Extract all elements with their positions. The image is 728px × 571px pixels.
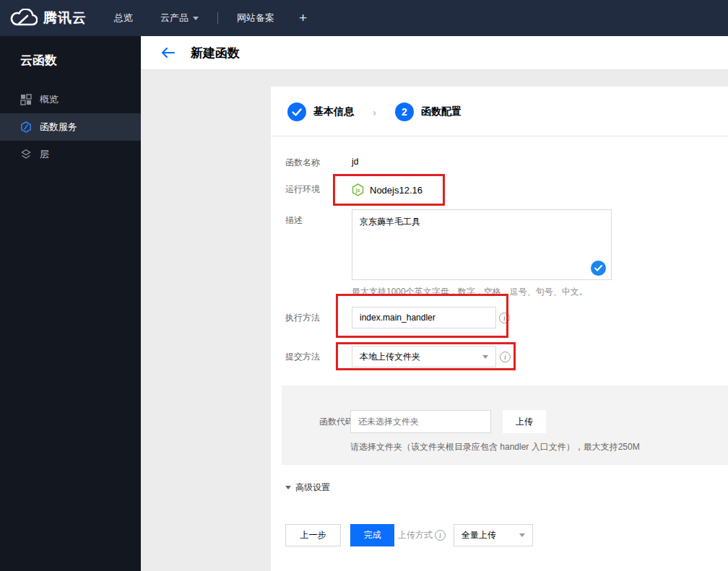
finish-button[interactable]: 完成 [350,524,394,546]
upload-mode-value: 全量上传 [462,529,496,541]
upload-mode-info-icon[interactable]: i [435,530,446,541]
nav-cloud-products[interactable]: 云产品 [160,12,199,25]
description-textarea[interactable]: 京东薅羊毛工具 [352,209,612,280]
nav-divider [217,12,218,24]
page-header: 新建函数 [141,36,728,70]
submit-method-select[interactable]: 本地上传文件夹 [352,346,496,367]
sidebar-item-overview[interactable]: 概览 [0,86,141,113]
sidebar-item-label: 层 [40,148,49,161]
chevron-down-icon [193,17,199,20]
function-service-icon [20,121,32,133]
cloud-logo-icon [10,9,38,27]
sidebar-item-layers[interactable]: 层 [0,141,141,168]
step2-label: 函数配置 [421,105,462,118]
step-separator-chevron-icon: › [373,106,376,118]
triangle-down-icon [285,486,291,489]
grid-icon [20,94,32,105]
submit-method-label: 提交方法 [285,346,320,367]
brand-name: 腾讯云 [43,9,87,27]
nav-website-icp[interactable]: 网站备案 [237,12,274,25]
svg-text:js: js [355,188,360,193]
caret-down-icon [519,533,525,537]
upload-mode-label-row: 上传方式 i [398,524,446,546]
runtime-label: 运行环境 [285,183,320,196]
function-code-hint: 请选择文件夹（该文件夹根目录应包含 handler 入口文件），最大支持250M [350,441,640,453]
step1-done-check-icon [287,103,306,121]
upload-mode-label: 上传方式 [398,529,433,541]
step2-number: 2 [395,103,414,121]
layers-icon [20,149,32,160]
content-area: 新建函数 基本信息 › 2 函数配置 函数名称 jd 运行环境 js No [141,36,728,571]
step-indicator: 基本信息 › 2 函数配置 [287,103,462,121]
description-hint: 最大支持1000个英文字母，数字，空格，逗号、句号、中文。 [352,286,588,298]
advanced-settings-label: 高级设置 [295,481,330,494]
step1-label: 基本信息 [313,105,354,118]
handler-info-icon[interactable]: i [499,313,510,323]
page-title: 新建函数 [191,45,240,61]
caret-down-icon [482,355,488,359]
sidebar: 云函数 概览 函数服务 [0,36,141,571]
runtime-value: Nodejs12.16 [370,185,422,196]
top-navbar: 腾讯云 总览 云产品 网站备案 + [0,0,728,36]
runtime-value-row[interactable]: js Nodejs12.16 [352,177,422,203]
previous-step-button[interactable]: 上一步 [285,524,341,546]
function-name-label: 函数名称 [285,157,320,169]
submit-method-info-icon[interactable]: i [500,352,511,362]
folder-path-input[interactable] [350,410,491,433]
sidebar-title: 云函数 [0,36,141,69]
sidebar-item-label: 函数服务 [40,121,77,134]
upload-button[interactable]: 上传 [503,410,546,433]
sidebar-item-function-service[interactable]: 函数服务 [0,113,141,141]
nav-overview[interactable]: 总览 [114,12,133,25]
divider [271,136,728,136]
sidebar-item-label: 概览 [40,93,58,106]
back-arrow-icon[interactable] [160,47,175,58]
add-shortcut-icon[interactable]: + [299,10,307,26]
handler-input[interactable] [352,307,496,328]
nodejs-icon: js [352,183,364,196]
function-name-value: jd [352,157,358,167]
tencent-cloud-logo[interactable]: 腾讯云 [10,9,87,27]
advanced-settings-toggle[interactable]: 高级设置 [285,481,330,494]
description-label: 描述 [285,214,303,227]
handler-label: 执行方法 [285,307,320,328]
new-function-card: 基本信息 › 2 函数配置 函数名称 jd 运行环境 js Nodejs12.1… [271,87,728,571]
valid-check-icon [591,261,606,276]
upload-mode-select[interactable]: 全量上传 [454,524,533,546]
function-code-section: 函数代码* 上传 请选择文件夹（该文件夹根目录应包含 handler 入口文件）… [282,385,728,465]
submit-method-value: 本地上传文件夹 [360,351,420,363]
